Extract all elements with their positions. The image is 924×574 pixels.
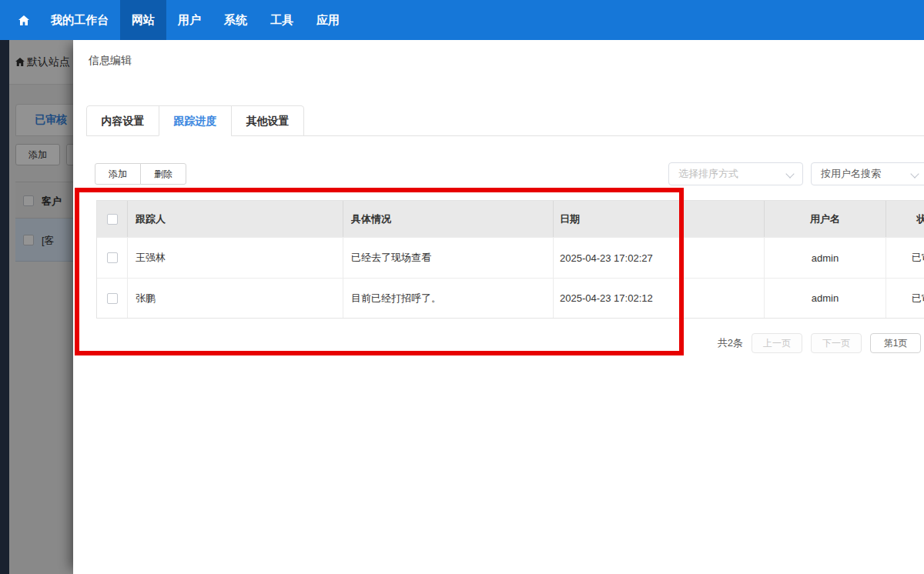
column-header-tracker: 跟踪人 — [128, 201, 343, 237]
prev-page-button[interactable]: 上一页 — [752, 333, 802, 353]
cell-date: 2025-04-23 17:02:12 — [554, 279, 765, 318]
nav-item-apps[interactable]: 应用 — [305, 0, 351, 40]
cell-username: admin — [765, 279, 886, 318]
info-edit-modal: 信息编辑 内容设置 跟踪进度 其他设置 添加 删除 选择排序方式 按用户名搜索 … — [73, 40, 924, 574]
cell-username: admin — [765, 238, 886, 278]
table-row: 张鹏 目前已经打招呼了。 2025-04-23 17:02:12 admin 已… — [97, 278, 924, 318]
cell-status: 已审核 — [886, 279, 924, 318]
chevron-down-icon — [912, 171, 918, 177]
modal-title: 信息编辑 — [89, 54, 132, 68]
sort-select-placeholder: 选择排序方式 — [678, 163, 738, 185]
search-field-select[interactable]: 按用户名搜索 — [811, 162, 924, 185]
tab-content-settings[interactable]: 内容设置 — [86, 105, 159, 136]
background-page: 默认站点 已审核 添加 客户 [客 — [0, 40, 73, 574]
cell-tracker: 张鹏 — [128, 279, 343, 318]
column-header-username: 用户名 — [765, 201, 886, 237]
pagination: 共2条 上一页 下一页 第1页 — [718, 332, 921, 354]
cell-detail: 已经去了现场查看 — [343, 238, 554, 278]
cell-status: 已审核 — [886, 238, 924, 278]
row-checkbox[interactable] — [107, 252, 118, 263]
delete-button[interactable]: 删除 — [140, 163, 186, 185]
add-button[interactable]: 添加 — [95, 163, 141, 185]
next-page-button[interactable]: 下一页 — [811, 333, 862, 353]
cell-date: 2025-04-23 17:02:27 — [554, 238, 765, 278]
modal-dim-overlay — [0, 40, 73, 574]
select-all-checkbox[interactable] — [107, 214, 118, 225]
row-checkbox[interactable] — [107, 293, 118, 304]
cell-tracker: 王强林 — [128, 238, 343, 278]
home-icon — [18, 15, 29, 25]
cell-detail: 目前已经打招呼了。 — [343, 279, 554, 318]
nav-item-system[interactable]: 系统 — [213, 0, 259, 40]
search-field-value: 按用户名搜索 — [821, 163, 881, 185]
sort-select[interactable]: 选择排序方式 — [668, 162, 803, 185]
table-row: 王强林 已经去了现场查看 2025-04-23 17:02:27 admin 已… — [97, 237, 924, 278]
screen: 我的工作台 网站 用户 系统 工具 应用 默认站点 已审核 添加 客户 [客 信… — [0, 0, 924, 574]
nav-item-workbench[interactable]: 我的工作台 — [39, 0, 120, 40]
chevron-down-icon — [787, 171, 793, 177]
column-header-detail: 具体情况 — [343, 201, 554, 237]
table-toolbar: 添加 删除 — [95, 163, 186, 185]
table-header-row: 跟踪人 具体情况 日期 用户名 状态 — [97, 201, 924, 237]
nav-home-button[interactable] — [0, 0, 39, 40]
nav-item-users[interactable]: 用户 — [166, 0, 213, 40]
tab-tracking-progress[interactable]: 跟踪进度 — [159, 105, 232, 136]
tracking-table: 跟踪人 具体情况 日期 用户名 状态 王强林 已经去了现场查看 2025-04-… — [96, 200, 924, 319]
nav-item-website[interactable]: 网站 — [120, 0, 166, 40]
tab-other-settings[interactable]: 其他设置 — [231, 105, 304, 136]
column-header-status: 状态 — [886, 201, 924, 237]
nav-item-tools[interactable]: 工具 — [259, 0, 305, 40]
total-count-label: 共2条 — [718, 336, 743, 350]
column-header-date: 日期 — [554, 201, 765, 237]
top-nav: 我的工作台 网站 用户 系统 工具 应用 — [0, 0, 924, 40]
modal-tabs: 内容设置 跟踪进度 其他设置 — [86, 105, 924, 136]
current-page-button[interactable]: 第1页 — [870, 333, 921, 353]
